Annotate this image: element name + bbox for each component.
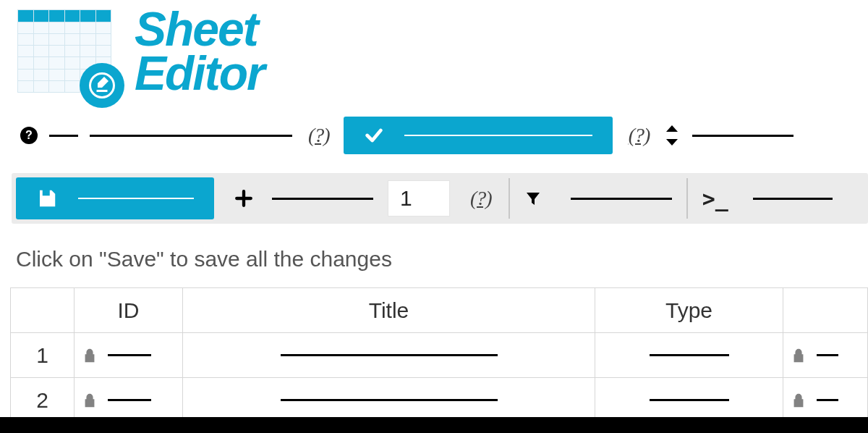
col-header-id[interactable]: ID	[75, 288, 183, 333]
cell-type-value	[650, 354, 729, 356]
apply-filter-label	[404, 135, 592, 136]
rows-to-add-input[interactable]: 1	[388, 180, 450, 216]
cell-title[interactable]	[183, 333, 595, 378]
col-header-extra[interactable]	[783, 288, 868, 333]
plus-icon[interactable]	[234, 189, 253, 208]
cell-extra-value	[817, 399, 838, 401]
cell-title-value	[281, 399, 498, 401]
help-icon[interactable]: ?	[20, 127, 38, 144]
lock-icon	[82, 392, 98, 409]
toolbar-separator-2	[686, 178, 688, 219]
cell-title-value	[281, 354, 498, 356]
lock-icon	[791, 392, 807, 409]
save-icon	[36, 188, 58, 209]
header-row: ID Title Type	[11, 288, 868, 333]
save-hint: Click on "Save" to save all the changes	[16, 247, 868, 272]
row-number[interactable]: 2	[11, 378, 75, 423]
add-rows-label	[272, 198, 373, 200]
row-number[interactable]: 1	[11, 333, 75, 378]
toolbar: 1 ( ? ) >_	[12, 173, 868, 224]
filter-bar: ? ( ? ) ( ? )	[20, 117, 868, 154]
filter-help-link-1[interactable]: ( ? )	[308, 124, 328, 147]
command-button[interactable]: >_	[702, 186, 833, 211]
app-logo: Sheet Editor	[0, 0, 868, 95]
command-button-label	[753, 198, 833, 200]
check-icon	[364, 125, 384, 146]
cell-type[interactable]	[595, 333, 783, 378]
save-button[interactable]	[16, 177, 214, 219]
logo-line1: Sheet	[135, 7, 264, 51]
cell-type-value	[650, 399, 729, 401]
toolbar-separator-1	[509, 178, 510, 219]
cell-id[interactable]	[75, 378, 183, 423]
logo-text: Sheet Editor	[135, 7, 264, 95]
funnel-icon	[524, 190, 542, 207]
cell-id[interactable]	[75, 333, 183, 378]
lock-icon	[791, 347, 807, 364]
sort-icon[interactable]	[663, 124, 681, 147]
filter-field-1[interactable]	[90, 135, 292, 137]
cell-extra-value	[817, 354, 838, 356]
col-header-rownum[interactable]	[11, 288, 75, 333]
filter-button-label	[571, 198, 672, 200]
table-row: 2	[11, 378, 868, 423]
cell-title[interactable]	[183, 378, 595, 423]
logo-badge-icon	[80, 63, 124, 108]
filter-button[interactable]	[524, 190, 672, 207]
cell-extra[interactable]	[783, 333, 868, 378]
terminal-icon: >_	[702, 186, 728, 211]
table-row: 1	[11, 333, 868, 378]
cell-id-value	[108, 399, 151, 401]
logo-line2: Editor	[135, 51, 264, 96]
toolbar-help-link[interactable]: ( ? )	[470, 187, 490, 210]
col-header-title[interactable]: Title	[183, 288, 595, 333]
add-rows-group	[234, 189, 373, 208]
cell-id-value	[108, 354, 151, 356]
cell-type[interactable]	[595, 378, 783, 423]
filter-field-2[interactable]	[692, 135, 793, 137]
apply-filter-button[interactable]	[344, 117, 613, 154]
filter-help-link-2[interactable]: ( ? )	[629, 124, 648, 147]
cell-extra[interactable]	[783, 378, 868, 423]
filter-field-1-label	[49, 135, 78, 137]
save-button-label	[78, 198, 194, 199]
col-header-type[interactable]: Type	[595, 288, 783, 333]
spreadsheet: ID Title Type 1	[10, 287, 868, 423]
lock-icon	[82, 347, 98, 364]
bottom-bar	[0, 417, 868, 433]
